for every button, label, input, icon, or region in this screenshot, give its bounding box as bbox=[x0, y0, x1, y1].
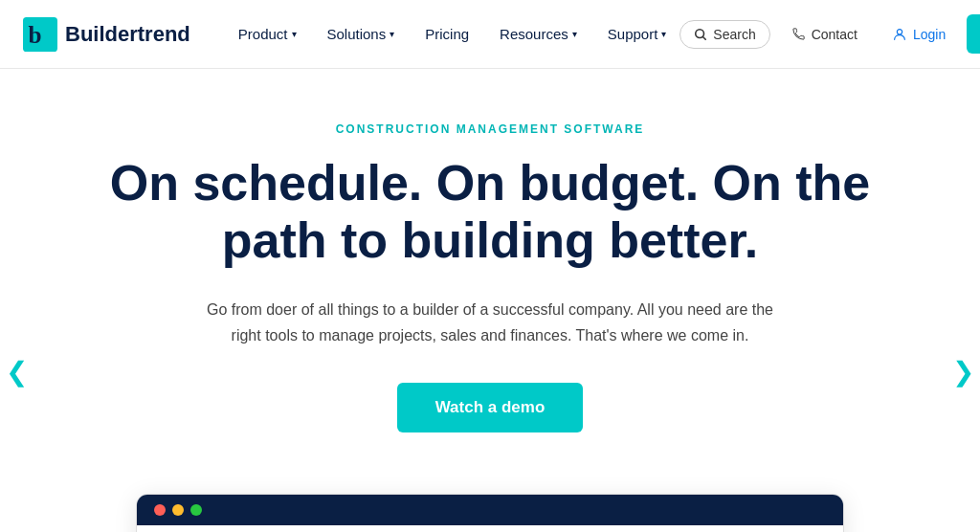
window-maximize-dot bbox=[190, 504, 202, 516]
contact-button[interactable]: Contact bbox=[778, 21, 871, 48]
window-minimize-dot bbox=[172, 504, 184, 516]
svg-text:b: b bbox=[28, 22, 41, 48]
nav-item-pricing[interactable]: Pricing bbox=[412, 18, 482, 50]
svg-line-3 bbox=[703, 36, 706, 39]
buildertrend-logo-icon: b bbox=[23, 17, 57, 52]
hero-subheading: Go from doer of all things to a builder … bbox=[193, 297, 787, 348]
search-button[interactable]: Search bbox=[679, 20, 769, 49]
hero-heading: On schedule. On budget. On the path to b… bbox=[101, 155, 879, 270]
phone-icon bbox=[791, 27, 806, 41]
nav-item-product[interactable]: Product ▾ bbox=[225, 18, 310, 50]
next-arrow[interactable]: ❯ bbox=[952, 356, 974, 388]
watch-demo-button[interactable]: Watch a demo bbox=[397, 383, 584, 432]
chevron-down-icon: ▾ bbox=[390, 29, 394, 39]
nav-right: Search Contact Login Video demo – see it… bbox=[679, 7, 980, 62]
chevron-down-icon: ▾ bbox=[572, 29, 577, 39]
chevron-down-icon: ▾ bbox=[661, 29, 666, 39]
chevron-down-icon: ▾ bbox=[292, 29, 297, 39]
nav-item-support[interactable]: Support ▾ bbox=[594, 18, 680, 50]
video-demo-button[interactable]: Video demo – see it now bbox=[967, 14, 980, 54]
hero-section: CONSTRUCTION MANAGEMENT SOFTWARE On sche… bbox=[78, 69, 902, 471]
window-close-dot bbox=[154, 504, 166, 516]
nav-item-solutions[interactable]: Solutions ▾ bbox=[314, 18, 409, 50]
app-preview: 01-23 Hufnagel Custom Home Estimate Tota… bbox=[136, 494, 844, 532]
logo[interactable]: b Buildertrend bbox=[23, 17, 190, 52]
prev-arrow[interactable]: ❮ bbox=[6, 356, 28, 388]
search-icon bbox=[694, 28, 707, 41]
app-preview-body: 01-23 Hufnagel Custom Home Estimate Tota… bbox=[137, 525, 843, 532]
svg-point-4 bbox=[897, 29, 902, 33]
nav-item-resources[interactable]: Resources ▾ bbox=[486, 18, 590, 50]
login-button[interactable]: Login bbox=[879, 21, 959, 48]
logo-text: Buildertrend bbox=[65, 22, 190, 47]
hero-category-label: CONSTRUCTION MANAGEMENT SOFTWARE bbox=[336, 122, 645, 136]
app-preview-titlebar bbox=[137, 495, 843, 525]
user-icon bbox=[892, 27, 907, 42]
nav-links: Product ▾ Solutions ▾ Pricing Resources … bbox=[225, 18, 680, 50]
